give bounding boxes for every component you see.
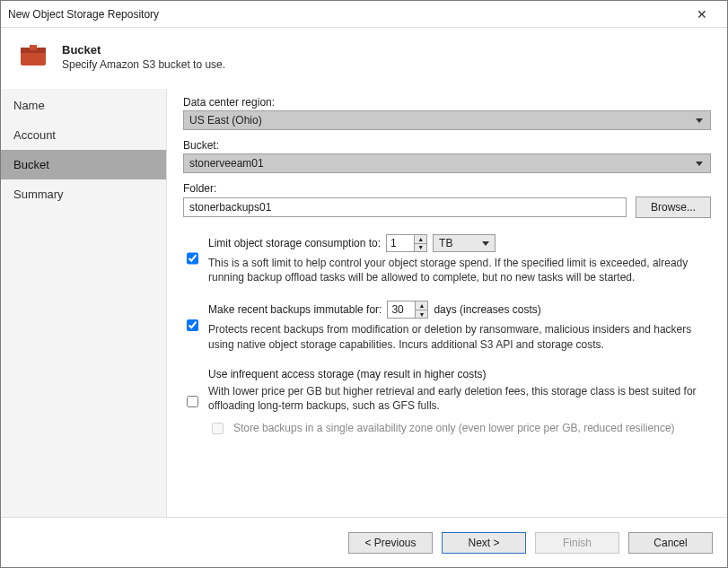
sidebar-item-summary[interactable]: Summary	[1, 179, 166, 209]
option-limit: Limit object storage consumption to: 1 ▲…	[183, 234, 711, 284]
single-az-checkbox	[212, 423, 224, 434]
sidebar-item-bucket[interactable]: Bucket	[1, 150, 166, 179]
previous-button[interactable]: < Previous	[348, 532, 433, 554]
immutable-desc: Protects recent backups from modificatio…	[208, 322, 711, 351]
spinner-buttons[interactable]: ▲▼	[415, 301, 427, 318]
region-value: US East (Ohio)	[189, 114, 262, 127]
banner-subtitle: Specify Amazon S3 bucket to use.	[62, 58, 225, 71]
spinner-buttons[interactable]: ▲▼	[414, 235, 426, 251]
svg-rect-2	[30, 45, 37, 50]
finish-button: Finish	[535, 532, 619, 554]
sidebar-item-name[interactable]: Name	[1, 91, 166, 120]
limit-value: 1	[387, 235, 414, 251]
limit-label: Limit object storage consumption to:	[208, 237, 381, 249]
folder-label: Folder:	[183, 182, 711, 195]
region-label: Data center region:	[183, 96, 711, 109]
immutable-suffix: days (increases costs)	[434, 303, 540, 316]
immutable-value: 30	[388, 301, 415, 318]
option-immutable: Make recent backups immutable for: 30 ▲▼…	[183, 301, 711, 351]
dialog-window: New Object Storage Repository ✕ Bucket S…	[0, 0, 728, 568]
option-single-az: Store backups in a single availability z…	[208, 422, 711, 437]
infrequent-checkbox[interactable]	[187, 369, 198, 434]
next-button[interactable]: Next >	[442, 532, 526, 554]
region-select[interactable]: US East (Ohio)	[183, 110, 711, 130]
wizard-sidebar: Name Account Bucket Summary	[1, 89, 167, 517]
immutable-checkbox[interactable]	[187, 301, 198, 348]
infrequent-label: Use infrequent access storage (may resul…	[208, 368, 486, 380]
limit-value-spinner[interactable]: 1 ▲▼	[386, 234, 427, 252]
bucket-label: Bucket:	[183, 139, 711, 152]
limit-unit: TB	[439, 237, 452, 249]
bucket-select[interactable]: stonerveeam01	[183, 153, 711, 173]
immutable-label: Make recent backups immutable for:	[208, 303, 382, 316]
infrequent-desc: With lower price per GB but higher retri…	[208, 384, 711, 413]
bucket-value: stonerveeam01	[189, 157, 264, 170]
limit-unit-select[interactable]: TB	[433, 234, 496, 252]
limit-checkbox[interactable]	[187, 235, 198, 282]
sidebar-item-account[interactable]: Account	[1, 120, 166, 150]
limit-desc: This is a soft limit to help control you…	[208, 256, 711, 284]
immutable-value-spinner[interactable]: 30 ▲▼	[387, 301, 428, 319]
main-panel: Data center region: US East (Ohio) Bucke…	[167, 89, 727, 517]
cancel-button[interactable]: Cancel	[628, 532, 713, 554]
folder-input[interactable]: stonerbackups01	[183, 197, 627, 217]
single-az-label: Store backups in a single availability z…	[233, 422, 675, 437]
window-title: New Object Storage Repository	[8, 8, 684, 21]
banner: Bucket Specify Amazon S3 bucket to use.	[1, 28, 727, 89]
titlebar: New Object Storage Repository ✕	[1, 1, 727, 28]
banner-title: Bucket	[62, 43, 225, 57]
browse-button[interactable]: Browse...	[636, 197, 711, 218]
folder-value: stonerbackups01	[189, 201, 271, 214]
footer: < Previous Next > Finish Cancel	[1, 517, 727, 567]
option-infrequent: Use infrequent access storage (may resul…	[183, 368, 711, 437]
close-icon[interactable]: ✕	[684, 2, 720, 27]
bucket-icon	[17, 40, 49, 73]
banner-text: Bucket Specify Amazon S3 bucket to use.	[62, 43, 225, 71]
